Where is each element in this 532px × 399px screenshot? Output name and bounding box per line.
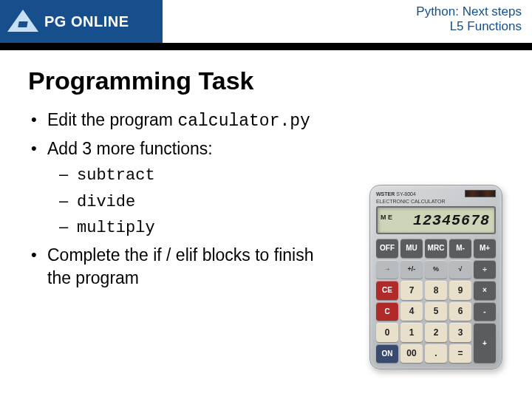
calc-key: √ bbox=[449, 260, 471, 279]
calc-key: × bbox=[474, 281, 496, 300]
calc-key: +/- bbox=[400, 260, 423, 279]
calc-key: M- bbox=[449, 239, 471, 258]
lcd-digits: 12345678 bbox=[413, 212, 490, 229]
calc-key: 4 bbox=[400, 302, 423, 321]
calc-key: - bbox=[474, 302, 496, 321]
calc-key: MU bbox=[400, 239, 423, 258]
logo-text: PG ONLINE bbox=[44, 13, 129, 30]
divider-strip bbox=[0, 43, 532, 50]
logo-block: PG ONLINE bbox=[0, 0, 163, 43]
solar-panel-icon bbox=[465, 190, 496, 197]
slide-header: PG ONLINE Python: Next steps L5 Function… bbox=[0, 0, 532, 43]
calc-subtitle: ELECTRONIC CALCULATOR bbox=[376, 199, 496, 204]
lesson-name: L5 Functions bbox=[416, 19, 522, 34]
list-item: Complete the if / elif blocks to finish … bbox=[28, 244, 331, 290]
calc-key: ÷ bbox=[474, 260, 496, 279]
list-item: subtract bbox=[47, 163, 504, 187]
calc-lcd: M E 12345678 bbox=[376, 206, 496, 234]
calc-key: 6 bbox=[449, 302, 471, 321]
calc-key: MRC bbox=[425, 239, 447, 258]
calc-key: 1 bbox=[400, 323, 423, 342]
calc-key: OFF bbox=[376, 239, 398, 258]
calc-key: . bbox=[425, 344, 447, 364]
code-filename: calculator.py bbox=[177, 112, 310, 131]
calc-keypad: OFF MU MRC M- M+ → +/- % √ ÷ CE 7 8 9 × … bbox=[376, 239, 496, 363]
calculator-image: WSTER SY-8004 ELECTRONIC CALCULATOR M E … bbox=[369, 185, 502, 369]
calc-key: CE bbox=[376, 281, 398, 300]
calc-key: 9 bbox=[449, 281, 471, 300]
calc-key: % bbox=[425, 260, 447, 279]
calc-key: 00 bbox=[400, 344, 423, 364]
calc-key: + bbox=[474, 323, 496, 363]
calc-brand: WSTER SY-8004 bbox=[376, 191, 416, 197]
calc-key: 0 bbox=[376, 323, 398, 342]
lcd-indicator: M E bbox=[381, 214, 392, 221]
calc-key: ON bbox=[376, 344, 398, 364]
calc-key: 3 bbox=[449, 323, 471, 342]
calc-key: 7 bbox=[400, 281, 423, 300]
course-name: Python: Next steps bbox=[416, 4, 522, 19]
calc-key: 8 bbox=[425, 281, 447, 300]
slide-title: Programming Task bbox=[28, 66, 504, 95]
calc-key: C bbox=[376, 302, 398, 321]
calc-key: = bbox=[449, 344, 471, 364]
calc-key: → bbox=[376, 260, 398, 279]
header-meta: Python: Next steps L5 Functions bbox=[416, 4, 522, 35]
list-item: Edit the program calculator.py bbox=[28, 109, 504, 133]
calc-key: M+ bbox=[474, 239, 496, 258]
logo-icon bbox=[7, 10, 38, 33]
calc-key: 2 bbox=[425, 323, 447, 342]
calc-key: 5 bbox=[425, 302, 447, 321]
